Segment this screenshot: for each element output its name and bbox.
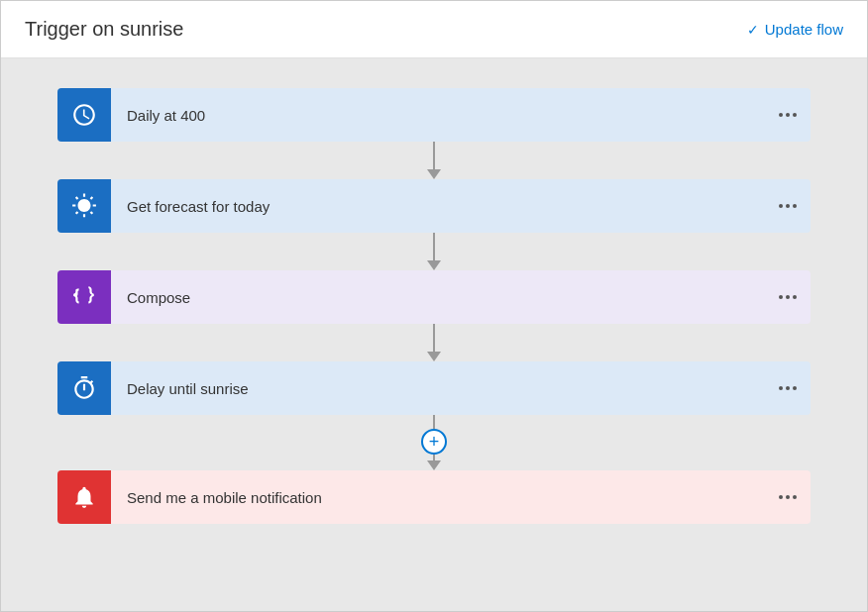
dot1 [779,495,783,499]
dot3 [793,386,797,390]
update-flow-button[interactable]: ✓ Update flow [747,21,843,38]
connector-arrow-plus [427,460,441,470]
step-menu-compose[interactable] [765,295,811,299]
dot1 [779,204,783,208]
check-icon: ✓ [747,22,759,38]
app-container: Trigger on sunrise ✓ Update flow Daily a… [0,0,868,612]
step-icon-notify [57,470,111,524]
connector-2 [427,233,441,270]
dot2 [786,204,790,208]
compose-icon [71,284,97,310]
dot3 [793,204,797,208]
dot2 [786,295,790,299]
add-step-button[interactable]: + [421,429,447,455]
connector-3 [427,324,441,361]
connector-1 [427,142,441,179]
connector-with-plus: + [421,415,447,470]
connector-line-2 [433,233,435,260]
page-title: Trigger on sunrise [25,18,183,41]
step-label-forecast: Get forecast for today [111,198,765,215]
step-icon-compose [57,270,111,324]
dot1 [779,113,783,117]
dot3 [793,113,797,117]
step-menu-forecast[interactable] [765,204,811,208]
dot2 [786,113,790,117]
clock-icon [71,102,97,128]
step-card-delay[interactable]: Delay until sunrise [57,361,811,415]
step-icon-delay [57,361,111,415]
step-card-daily[interactable]: Daily at 400 [57,88,811,142]
dot2 [786,495,790,499]
step-menu-notify[interactable] [765,495,811,499]
step-icon-forecast [57,179,111,233]
dot1 [779,386,783,390]
step-card-notify[interactable]: Send me a mobile notification [57,470,811,524]
step-label-notify: Send me a mobile notification [111,489,765,506]
step-card-compose[interactable]: Compose [57,270,811,324]
dot3 [793,495,797,499]
sun-icon [71,193,97,219]
connector-arrow-3 [427,352,441,361]
step-menu-delay[interactable] [765,386,811,390]
step-label-delay: Delay until sunrise [111,380,765,397]
connector-line-1 [433,142,435,169]
header: Trigger on sunrise ✓ Update flow [1,1,867,58]
dot2 [786,386,790,390]
step-icon-daily [57,88,111,142]
step-menu-daily[interactable] [765,113,811,117]
connector-arrow-1 [427,169,441,179]
update-flow-label: Update flow [765,21,843,38]
flow-steps: Daily at 400 Ge [57,88,811,524]
bell-icon [71,484,97,510]
step-label-compose: Compose [111,289,765,306]
step-card-forecast[interactable]: Get forecast for today [57,179,811,233]
flow-canvas: Daily at 400 Ge [1,58,867,611]
step-label-daily: Daily at 400 [111,107,765,124]
dot1 [779,295,783,299]
connector-line-3 [433,324,435,352]
dot3 [793,295,797,299]
connector-line-top [433,415,435,429]
delay-icon [71,375,97,401]
connector-arrow-2 [427,260,441,270]
